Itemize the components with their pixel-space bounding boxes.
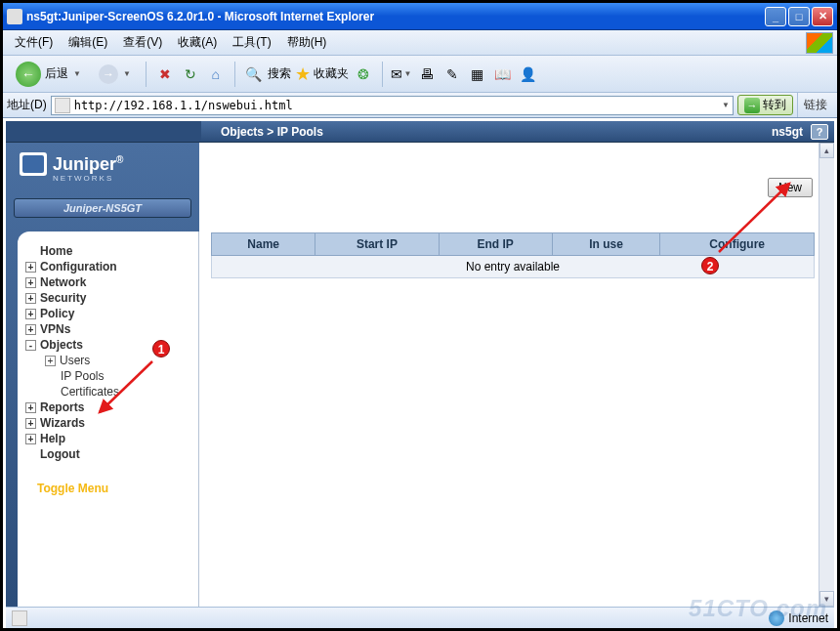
refresh-icon[interactable]: ↻ xyxy=(180,63,201,85)
maximize-button[interactable]: □ xyxy=(788,7,810,26)
minimize-button[interactable]: _ xyxy=(765,7,786,26)
nav-configuration[interactable]: +Configuration xyxy=(25,259,198,274)
menu-edit[interactable]: 编辑(E) xyxy=(61,32,115,53)
home-icon[interactable]: ⌂ xyxy=(205,63,227,85)
help-icon[interactable]: ? xyxy=(811,124,828,140)
research-icon[interactable]: 📖 xyxy=(492,63,514,85)
back-dropdown-icon[interactable]: ▼ xyxy=(73,69,81,78)
address-label: 地址(D) xyxy=(7,97,47,113)
device-name: Juniper-NS5GT xyxy=(14,198,191,218)
favorites-label: 收藏夹 xyxy=(314,65,349,82)
expand-icon[interactable]: + xyxy=(25,277,36,288)
mail-icon[interactable]: ✉▼ xyxy=(391,63,412,85)
page-content: Objects > IP Pools ns5gt ? Juniper® NETW… xyxy=(6,121,834,607)
brand-text: Juniper xyxy=(53,154,116,174)
menu-tools[interactable]: 工具(T) xyxy=(225,32,278,53)
expand-icon[interactable]: + xyxy=(25,418,36,429)
vertical-scrollbar[interactable]: ▴ ▾ xyxy=(819,143,834,607)
collapse-icon[interactable]: - xyxy=(25,340,36,351)
scroll-up-icon[interactable]: ▴ xyxy=(819,143,834,158)
menu-file[interactable]: 文件(F) xyxy=(7,32,61,53)
breadcrumb: Objects > IP Pools xyxy=(201,125,764,139)
discuss-icon[interactable]: ▦ xyxy=(467,63,488,85)
window-title: ns5gt:Juniper-ScreenOS 6.2.0r1.0 - Micro… xyxy=(26,10,765,23)
back-button[interactable]: ← 后退 ▼ xyxy=(9,59,88,90)
expand-icon[interactable]: + xyxy=(25,434,36,444)
address-bar: 地址(D) http://192.168.1.1/nswebui.html ▼ … xyxy=(3,93,837,118)
nav-vpns[interactable]: +VPNs xyxy=(25,321,198,337)
expand-icon[interactable]: + xyxy=(25,309,36,319)
logo: Juniper® NETWORKS xyxy=(6,143,199,192)
nav-security[interactable]: +Security xyxy=(25,290,198,306)
search-button[interactable]: 🔍 搜索 xyxy=(243,63,291,85)
nav-help[interactable]: +Help xyxy=(25,431,198,446)
separator xyxy=(146,62,147,87)
hostname: ns5gt xyxy=(764,125,811,139)
edit-icon[interactable]: ✎ xyxy=(441,63,463,85)
history-icon[interactable]: ❂ xyxy=(353,63,374,85)
expand-icon[interactable]: + xyxy=(25,262,36,273)
url-text: http://192.168.1.1/nswebui.html xyxy=(74,99,293,112)
internet-zone-icon xyxy=(769,610,784,626)
forward-dropdown-icon[interactable]: ▼ xyxy=(123,69,131,78)
annotation-1: 1 xyxy=(152,340,170,358)
toggle-menu[interactable]: Toggle Menu xyxy=(25,462,198,495)
col-name: Name xyxy=(212,233,315,256)
breadcrumb-bar: Objects > IP Pools ns5gt ? xyxy=(6,121,834,143)
annotation-arrow-1 xyxy=(92,358,160,423)
address-input[interactable]: http://192.168.1.1/nswebui.html ▼ xyxy=(51,96,734,115)
annotation-arrow-2 xyxy=(713,176,801,261)
go-arrow-icon: → xyxy=(744,98,760,113)
zone-label: Internet xyxy=(788,611,828,625)
expand-icon[interactable]: + xyxy=(25,402,36,413)
col-in-use: In use xyxy=(552,233,660,256)
forward-arrow-icon: → xyxy=(99,64,118,84)
col-end-ip: End IP xyxy=(439,233,552,256)
url-dropdown-icon[interactable]: ▼ xyxy=(722,101,730,109)
back-arrow-icon: ← xyxy=(16,62,41,87)
page-done-icon xyxy=(12,610,27,626)
menu-favorites[interactable]: 收藏(A) xyxy=(170,32,225,53)
browser-toolbar: ← 后退 ▼ → ▼ ✖ ↻ ⌂ 🔍 搜索 ★ 收藏夹 ❂ ✉▼ 🖶 ✎ ▦ 📖… xyxy=(3,56,837,93)
go-button[interactable]: → 转到 xyxy=(737,95,793,115)
links-label[interactable]: 链接 xyxy=(797,93,833,117)
back-label: 后退 xyxy=(45,65,68,82)
scroll-down-icon[interactable]: ▾ xyxy=(819,591,834,607)
print-icon[interactable]: 🖶 xyxy=(416,63,438,85)
menu-view[interactable]: 查看(V) xyxy=(115,32,170,53)
go-label: 转到 xyxy=(763,97,786,113)
juniper-logo-icon xyxy=(20,152,47,176)
nav-logout[interactable]: Logout xyxy=(25,446,198,462)
nav-home[interactable]: Home xyxy=(25,243,198,259)
menu-bar: 文件(F) 编辑(E) 查看(V) 收藏(A) 工具(T) 帮助(H) xyxy=(3,30,837,56)
forward-button[interactable]: → ▼ xyxy=(92,62,138,87)
messenger-icon[interactable]: 👤 xyxy=(518,63,539,85)
nav-policy[interactable]: +Policy xyxy=(25,306,198,321)
separator xyxy=(234,62,235,87)
search-icon: 🔍 xyxy=(243,63,265,85)
search-label: 搜索 xyxy=(268,65,291,82)
separator xyxy=(382,62,383,87)
svg-line-1 xyxy=(719,184,789,252)
expand-icon[interactable]: + xyxy=(25,293,36,304)
stop-icon[interactable]: ✖ xyxy=(154,63,176,85)
star-icon: ★ xyxy=(295,63,311,85)
nav-network[interactable]: +Network xyxy=(25,274,198,290)
col-start-ip: Start IP xyxy=(315,233,439,256)
svg-line-0 xyxy=(100,361,152,412)
favorites-button[interactable]: ★ 收藏夹 xyxy=(295,63,349,85)
status-bar: Internet xyxy=(6,607,834,628)
menu-help[interactable]: 帮助(H) xyxy=(279,32,335,53)
page-icon xyxy=(55,98,70,113)
expand-icon[interactable]: + xyxy=(45,356,56,366)
annotation-2: 2 xyxy=(701,257,719,274)
ie-icon xyxy=(7,9,22,24)
expand-icon[interactable]: + xyxy=(25,324,36,335)
windows-flag-icon xyxy=(806,32,833,54)
window-titlebar: ns5gt:Juniper-ScreenOS 6.2.0r1.0 - Micro… xyxy=(3,3,837,30)
close-button[interactable]: ✕ xyxy=(812,7,833,26)
nav-objects[interactable]: -Objects xyxy=(25,337,198,353)
